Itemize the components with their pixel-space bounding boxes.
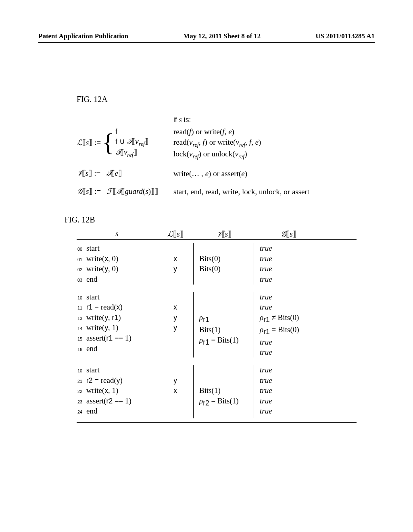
def-V-rhs: write(… , e) or assert(e): [173, 168, 357, 179]
def-G-rhs: start, end, read, write, lock, unlock, o…: [173, 187, 357, 197]
table-block: 10start 11r1 = read(x) 13write(y, r1) 14…: [77, 289, 357, 362]
table-header-row: s ℒ⟦s⟧ 𝒱⟦s⟧ 𝒢⟦s⟧: [77, 229, 357, 240]
page-header: Patent Application Publication May 12, 2…: [0, 32, 413, 40]
header-rule: [38, 42, 375, 43]
col-header-L: ℒ⟦s⟧: [157, 229, 194, 239]
block-L: x y: [157, 243, 194, 285]
col-header-s: s: [77, 229, 157, 239]
table-bottom-rule: [77, 422, 357, 423]
figure-12a-body: if s is: ℒ⟦s⟧ := { f f ∪ 𝒯⟦vref⟧ 𝒯⟦vref⟧…: [77, 115, 357, 197]
def-L-rhs: read(f) or write(f, e) read(vref, f) or …: [173, 127, 357, 160]
block-s: 10start 11r1 = read(x) 13write(y, r1) 14…: [77, 292, 157, 357]
figure-12b-label: FIG. 12B: [65, 215, 357, 224]
block-G: true true true true: [254, 243, 323, 285]
def-L-lhs: ℒ⟦s⟧ := { f f ∪ 𝒯⟦vref⟧ 𝒯⟦vref⟧: [77, 127, 173, 158]
figure-12b-table: s ℒ⟦s⟧ 𝒱⟦s⟧ 𝒢⟦s⟧ 00start 01write(x, 0) 0…: [77, 229, 357, 423]
block-G: true true ρr1 ≠ Bits(0) ρr1 = Bits(0) tr…: [254, 292, 323, 357]
figure-12a-label: FIG. 12A: [77, 95, 357, 104]
col-header-V: 𝒱⟦s⟧: [194, 229, 254, 239]
table-body: 00start 01write(x, 0) 02write(y, 0) 03en…: [77, 240, 357, 422]
block-V: Bits(0) Bits(0): [194, 243, 254, 285]
block-L: x y y: [157, 292, 194, 357]
def-L: ℒ⟦s⟧ := { f f ∪ 𝒯⟦vref⟧ 𝒯⟦vref⟧ read(f) …: [77, 127, 357, 160]
block-L: y x: [157, 365, 194, 418]
def-V: 𝒱⟦s⟧ := 𝒯⟦e⟧ write(… , e) or assert(e): [77, 168, 357, 179]
block-G: true true true true true: [254, 365, 323, 418]
table-block: 00start 01write(x, 0) 02write(y, 0) 03en…: [77, 240, 357, 289]
block-s: 10start 21r2 = read(y) 22write(x, 1) 23a…: [77, 365, 157, 418]
col-header-G: 𝒢⟦s⟧: [254, 229, 323, 239]
header-right: US 2011/0113285 A1: [316, 32, 375, 40]
def-V-lhs: 𝒱⟦s⟧ := 𝒯⟦e⟧: [77, 168, 173, 178]
page-content: FIG. 12A if s is: ℒ⟦s⟧ := { f f ∪ 𝒯⟦vref…: [77, 95, 357, 423]
def-G: 𝒢⟦s⟧ := ℱ⟦𝒯⟦guard(s)⟧⟧ start, end, read,…: [77, 187, 357, 197]
block-s: 00start 01write(x, 0) 02write(y, 0) 03en…: [77, 243, 157, 285]
block-V: Bits(1) ρr2 = Bits(1): [194, 365, 254, 418]
block-V: ρr1 Bits(1) ρr1 = Bits(1): [194, 292, 254, 357]
table-block: 10start 21r2 = read(y) 22write(x, 1) 23a…: [77, 362, 357, 422]
def-G-lhs: 𝒢⟦s⟧ := ℱ⟦𝒯⟦guard(s)⟧⟧: [77, 187, 173, 196]
header-left: Patent Application Publication: [38, 32, 128, 40]
if-s-is-text: if s is:: [173, 115, 357, 124]
header-center: May 12, 2011 Sheet 8 of 12: [183, 32, 261, 40]
